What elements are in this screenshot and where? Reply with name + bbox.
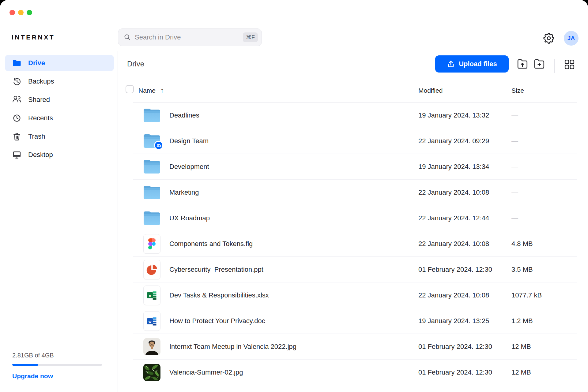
clock-icon [12, 114, 21, 123]
file-size: 12 MB [511, 334, 531, 360]
file-modified-date: 22 January 2024. 10:08 [418, 231, 489, 257]
trash-icon [12, 132, 21, 141]
photo-thumbnail [143, 364, 160, 381]
select-all-checkbox[interactable] [126, 85, 134, 93]
folder-icon [143, 211, 161, 226]
sidebar-item-label: Shared [28, 96, 50, 104]
upgrade-now-link[interactable]: Upgrade now [12, 372, 53, 380]
file-row[interactable]: w How to Protect Your Privacy.doc 19 Jan… [133, 308, 577, 334]
file-modified-date: 19 January 2024. 13:25 [418, 308, 489, 334]
file-row[interactable]: Internxt Team Meetup in Valencia 2022.jp… [133, 334, 577, 360]
file-row[interactable]: Development 19 January 2024. 13:34 — [133, 154, 577, 180]
column-header-modified: Modified [418, 87, 443, 94]
column-header-size: Size [511, 87, 524, 94]
file-name: Design Team [169, 128, 209, 154]
upload-button-label: Upload files [459, 60, 497, 68]
sidebar-item-backups[interactable]: Backups [5, 73, 114, 90]
user-avatar[interactable]: JA [564, 31, 579, 46]
file-row[interactable]: Cybersecurity_Presentation.ppt 01 Februa… [133, 257, 577, 282]
folder-icon [143, 108, 161, 123]
file-modified-date: 22 January 2024. 10:08 [418, 282, 489, 308]
page-title: Drive [127, 60, 144, 68]
upload-icon [447, 60, 455, 68]
shared-folder-badge-icon [154, 141, 163, 150]
sidebar-item-recents[interactable]: Recents [5, 110, 114, 126]
folder-filled-icon [12, 58, 21, 68]
sidebar-item-label: Desktop [28, 151, 53, 159]
file-modified-date: 01 February 2024. 12:30 [418, 360, 492, 385]
file-row[interactable]: Valencia-Summer-02.jpg 01 February 2024.… [133, 360, 577, 385]
upload-files-button[interactable]: Upload files [435, 55, 509, 73]
file-modified-date: 19 January 2024. 13:34 [418, 154, 489, 180]
folder-icon [143, 159, 161, 174]
photo-thumbnail [143, 338, 160, 355]
file-modified-date: 01 February 2024. 12:30 [418, 334, 492, 360]
file-row[interactable]: Marketing 22 January 2024. 10:08 — [133, 180, 577, 205]
main-content: Drive Upload files [118, 51, 588, 392]
traffic-light-minimize-button[interactable] [18, 10, 24, 15]
storage-usage-text: 2.81GB of 4GB [12, 352, 102, 359]
file-size: — [511, 205, 518, 231]
file-row[interactable]: Design Team 22 January 2024. 09:29 — [133, 128, 577, 154]
new-folder-icon[interactable] [534, 58, 545, 69]
settings-gear-icon[interactable] [543, 32, 555, 44]
excel-icon: x [143, 286, 160, 305]
file-name: How to Protect Your Privacy.doc [169, 308, 265, 334]
file-name: Cybersecurity_Presentation.ppt [169, 257, 263, 282]
file-size: 12 MB [511, 360, 531, 385]
traffic-light-close-button[interactable] [9, 10, 15, 15]
search-input[interactable] [135, 33, 243, 41]
file-list: Deadlines 19 January 2024. 13:32 — Desig… [133, 103, 577, 385]
file-name: Marketing [169, 180, 199, 205]
sidebar: Drive Backups Shared Recents Trash Deskt… [0, 51, 118, 392]
search-icon [124, 34, 131, 41]
table-header: Name ↑ Modified Size [118, 80, 577, 102]
people-icon [12, 95, 21, 104]
history-icon [12, 77, 21, 86]
file-row[interactable]: x Dev Tasks & Responsibilities.xlsx 22 J… [133, 282, 577, 308]
topbar: INTERNXT ⌘F JA [0, 0, 588, 50]
powerpoint-icon [143, 260, 160, 279]
figma-icon [143, 234, 160, 254]
grid-view-icon[interactable] [564, 59, 575, 69]
svg-text:x: x [149, 293, 151, 298]
sidebar-item-label: Drive [28, 59, 45, 67]
storage-widget: 2.81GB of 4GB Upgrade now [12, 352, 102, 380]
sidebar-item-shared[interactable]: Shared [5, 91, 114, 108]
upload-folder-icon[interactable] [517, 58, 528, 69]
desktop-icon [12, 150, 21, 159]
file-size: 1.2 MB [511, 308, 533, 334]
sidebar-item-label: Trash [28, 133, 45, 140]
file-modified-date: 22 January 2024. 12:44 [418, 205, 489, 231]
file-row[interactable]: Components and Tokens.fig 22 January 202… [133, 231, 577, 257]
file-modified-date: 22 January 2024. 10:08 [418, 180, 489, 205]
file-row[interactable]: UX Roadmap 22 January 2024. 12:44 — [133, 205, 577, 231]
sidebar-item-desktop[interactable]: Desktop [5, 147, 114, 163]
column-header-name[interactable]: Name [138, 87, 156, 94]
file-row[interactable]: Deadlines 19 January 2024. 13:32 — [133, 103, 577, 128]
file-size: — [511, 103, 518, 128]
sidebar-item-label: Backups [28, 77, 54, 85]
toolbar-divider [554, 59, 555, 73]
file-size: 4.8 MB [511, 231, 533, 257]
file-size: 1077.7 kB [511, 282, 542, 308]
word-icon: w [143, 311, 160, 331]
file-name: Valencia-Summer-02.jpg [169, 360, 243, 385]
storage-progress-bar [12, 364, 102, 366]
folder-icon [143, 185, 161, 200]
traffic-light-zoom-button[interactable] [27, 10, 32, 15]
sidebar-item-trash[interactable]: Trash [5, 128, 114, 145]
file-modified-date: 19 January 2024. 13:32 [418, 103, 489, 128]
search-shortcut-badge: ⌘F [243, 32, 258, 42]
app-window: INTERNXT ⌘F JA Drive Backups Shared [0, 0, 588, 392]
internxt-logo: INTERNXT [12, 34, 55, 41]
file-name: Internxt Team Meetup in Valencia 2022.jp… [169, 334, 296, 360]
file-modified-date: 01 February 2024. 12:30 [418, 257, 492, 282]
file-size: — [511, 154, 518, 180]
file-name: Components and Tokens.fig [169, 231, 253, 257]
sidebar-item-drive[interactable]: Drive [5, 55, 114, 71]
file-name: UX Roadmap [169, 205, 210, 231]
search-bar[interactable]: ⌘F [118, 28, 262, 46]
sort-ascending-icon[interactable]: ↑ [160, 86, 164, 94]
file-modified-date: 22 January 2024. 09:29 [418, 128, 489, 154]
